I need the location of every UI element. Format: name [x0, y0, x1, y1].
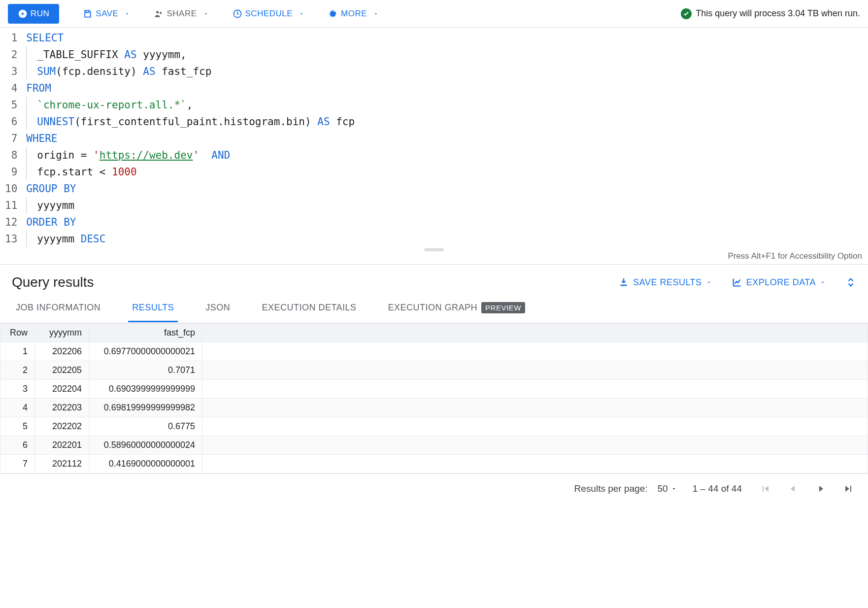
per-page-select[interactable]: 50 — [657, 483, 676, 494]
table-row[interactable]: 22022050.7071 — [0, 361, 868, 380]
share-icon — [154, 9, 164, 19]
table-body: 12022060.6977000000000002122022050.70713… — [0, 342, 868, 473]
table-cell-empty — [202, 380, 868, 399]
column-header-empty — [202, 324, 868, 342]
code-line[interactable]: UNNEST(first_contentful_paint.histogram.… — [26, 113, 868, 130]
tab-execution-details[interactable]: EXECUTION DETAILS — [258, 295, 360, 322]
table-cell-empty — [202, 399, 868, 417]
code-line[interactable]: `chrome-ux-report.all.*`, — [26, 97, 868, 113]
code-line[interactable]: SUM(fcp.density) AS fast_fcp — [26, 63, 868, 80]
next-page-button[interactable] — [813, 481, 829, 497]
expand-collapse-icon[interactable] — [845, 277, 856, 288]
more-label: MORE — [341, 9, 367, 19]
svg-point-1 — [156, 11, 159, 13]
line-number: 6 — [5, 113, 17, 130]
save-button[interactable]: SAVE — [75, 5, 126, 23]
table-row[interactable]: 62022010.58960000000000024 — [0, 436, 868, 455]
editor-footer: Press Alt+F1 for Accessibility Option — [0, 249, 868, 265]
results-table: Rowyyyymmfast_fcp 12022060.6977000000000… — [0, 323, 868, 473]
table-row[interactable]: 52022020.6775 — [0, 417, 868, 436]
line-number: 11 — [5, 197, 17, 214]
tab-results[interactable]: RESULTS — [128, 295, 178, 322]
table-cell: 202204 — [35, 380, 89, 399]
share-dropdown-icon[interactable] — [203, 11, 209, 17]
sql-editor[interactable]: 12345678910111213 SELECT_TABLE_SUFFIX AS… — [0, 28, 868, 249]
code-line[interactable]: fcp.start < 1000 — [26, 164, 868, 180]
table-cell: 0.58960000000000024 — [89, 436, 202, 455]
results-header: Query results SAVE RESULTS EXPLORE DATA — [0, 265, 868, 294]
tab-execution-graph[interactable]: EXECUTION GRAPH PREVIEW — [384, 294, 529, 323]
gear-icon — [328, 9, 338, 19]
table-row[interactable]: 42022030.69819999999999982 — [0, 399, 868, 417]
results-tabs: JOB INFORMATION RESULTS JSON EXECUTION D… — [0, 294, 868, 323]
play-icon — [18, 9, 28, 19]
status-text: This query will process 3.04 TB when run… — [696, 8, 860, 19]
table-cell: 202205 — [35, 361, 89, 380]
table-cell: 0.69819999999999982 — [89, 399, 202, 417]
results-table-wrap: Rowyyyymmfast_fcp 12022060.6977000000000… — [0, 323, 868, 474]
more-button[interactable]: MORE — [320, 5, 375, 23]
line-number: 9 — [5, 164, 17, 180]
table-cell: 202203 — [35, 399, 89, 417]
save-dropdown-icon[interactable] — [124, 11, 130, 17]
schedule-label: SCHEDULE — [245, 9, 293, 19]
chart-icon — [732, 277, 742, 288]
column-header[interactable]: fast_fcp — [89, 324, 202, 342]
line-number: 2 — [5, 46, 17, 63]
code-line[interactable]: yyyymm — [26, 197, 868, 214]
more-dropdown-icon[interactable] — [373, 11, 379, 17]
save-results-button[interactable]: SAVE RESULTS — [618, 277, 711, 288]
code-line[interactable]: ORDER BY — [26, 214, 868, 231]
save-results-label: SAVE RESULTS — [633, 277, 701, 288]
first-page-button[interactable] — [758, 481, 773, 497]
table-cell-empty — [202, 417, 868, 436]
table-row[interactable]: 72021120.4169000000000001 — [0, 455, 868, 473]
table-cell: 7 — [0, 455, 35, 473]
page-range: 1 – 44 of 44 — [693, 483, 742, 494]
save-icon — [83, 9, 93, 19]
resize-handle[interactable] — [424, 248, 444, 251]
run-button[interactable]: RUN — [8, 4, 59, 24]
line-number: 8 — [5, 147, 17, 164]
explore-data-button[interactable]: EXPLORE DATA — [732, 277, 826, 288]
tab-json[interactable]: JSON — [201, 295, 234, 322]
chevron-down-icon — [706, 279, 712, 285]
table-cell: 1 — [0, 342, 35, 361]
code-line[interactable]: SELECT — [26, 30, 868, 46]
table-cell: 0.69770000000000021 — [89, 342, 202, 361]
check-circle-icon — [681, 8, 692, 19]
per-page-value: 50 — [657, 483, 668, 494]
table-cell: 0.7071 — [89, 361, 202, 380]
table-cell-empty — [202, 436, 868, 455]
table-header-row: Rowyyyymmfast_fcp — [0, 324, 868, 342]
line-number: 13 — [5, 231, 17, 247]
table-cell: 202206 — [35, 342, 89, 361]
code-line[interactable]: _TABLE_SUFFIX AS yyyymm, — [26, 46, 868, 63]
schedule-dropdown-icon[interactable] — [299, 11, 304, 17]
code-line[interactable]: origin = 'https://web.dev' AND — [26, 147, 868, 164]
table-cell: 6 — [0, 436, 35, 455]
line-number: 10 — [5, 180, 17, 197]
table-row[interactable]: 12022060.69770000000000021 — [0, 342, 868, 361]
schedule-button[interactable]: SCHEDULE — [225, 5, 301, 23]
code-line[interactable]: WHERE — [26, 130, 868, 147]
code-area[interactable]: SELECT_TABLE_SUFFIX AS yyyymm,SUM(fcp.de… — [26, 30, 868, 247]
line-number: 5 — [5, 97, 17, 113]
column-header[interactable]: yyyymm — [35, 324, 89, 342]
tab-job-information[interactable]: JOB INFORMATION — [12, 295, 104, 322]
code-line[interactable]: GROUP BY — [26, 180, 868, 197]
share-button[interactable]: SHARE — [146, 5, 204, 23]
pagination: Results per page: 50 1 – 44 of 44 — [0, 474, 868, 504]
last-page-button[interactable] — [840, 481, 856, 497]
column-header[interactable]: Row — [0, 324, 35, 342]
table-row[interactable]: 32022040.6903999999999999 — [0, 380, 868, 399]
code-line[interactable]: FROM — [26, 80, 868, 97]
line-gutter: 12345678910111213 — [0, 30, 26, 247]
code-line[interactable]: yyyymm DESC — [26, 231, 868, 247]
preview-badge: PREVIEW — [481, 302, 525, 313]
per-page-label: Results per page: — [574, 483, 648, 494]
table-cell: 0.4169000000000001 — [89, 455, 202, 473]
line-number: 4 — [5, 80, 17, 97]
prev-page-button[interactable] — [785, 481, 801, 497]
table-cell-empty — [202, 342, 868, 361]
